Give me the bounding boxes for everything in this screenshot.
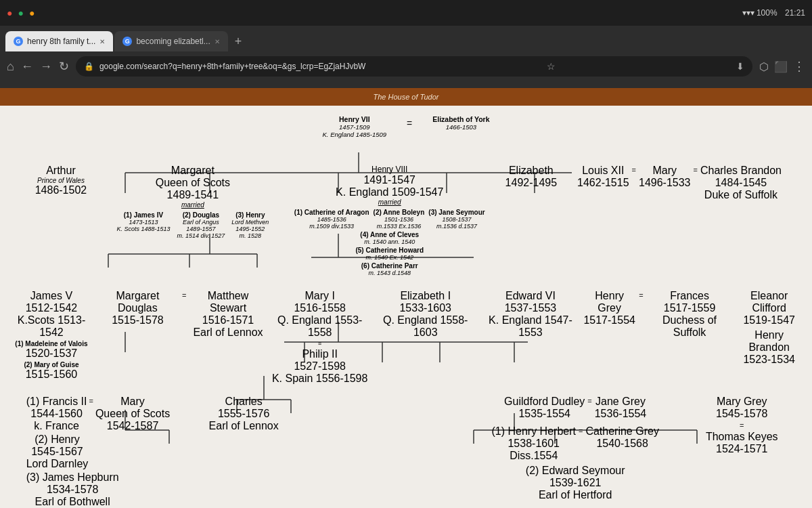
tab-favicon-2: G (122, 37, 132, 46)
henry-darnley-person: (2) Henry 1545-1567 Lord Darnley (26, 433, 89, 470)
mary-scots-group: (1) Francis II 1544-1560 k. France = Mar… (26, 396, 171, 508)
nav-bar: ⌂ ← → ↻ 🔒 google.com/search?q=henry+8th+… (0, 51, 812, 81)
mary-brandon-group: Louis XII 1462-1515 = Mary 1496-1533 = C… (577, 165, 782, 201)
henry7-elizabeth-equal: = (407, 118, 412, 129)
tab-label-2: becoming elizabetl... (136, 37, 210, 46)
page-title: The House of Tudor (373, 93, 438, 101)
title-bar: ● ● ● ▾▾▾ 100% 21:21 (0, 0, 812, 26)
catherine-grey-person: Catherine Grey 1540-1568 (585, 425, 659, 450)
margaret-douglas-group: Margaret Douglas 1515-1578 = Matthew Ste… (96, 290, 267, 339)
arthur-person: Arthur Prince of Wales 1486-1502 (30, 165, 91, 196)
time-text: 21:21 (785, 8, 805, 18)
louis12-person: Louis XII 1462-1515 (577, 165, 629, 189)
anne-boleyn-person: (2) Anne Boleyn 1501-1536 m.1533 Ex.1536 (374, 209, 425, 230)
henry7-name: Henry VII (323, 115, 387, 123)
catherine-parr-person: (6) Catherine Parr m. 1543 d.1548 (361, 262, 418, 276)
tab-close-1[interactable]: ✕ (99, 38, 105, 45)
tab-henry8[interactable]: G henry 8th family t... ✕ (5, 31, 113, 51)
tab-close-2[interactable]: ✕ (215, 38, 220, 45)
james4-person: (1) James IV 1473-1513 K. Scots 1488-151… (116, 211, 170, 239)
download-icon[interactable]: ⬇ (736, 61, 744, 72)
margaret-person: Margaret Queen of Scots 1489-1541 marrie… (112, 165, 274, 239)
douglas-person: (2) Douglas Earl of Angus 1489-1557 m. 1… (177, 211, 225, 239)
forward-button[interactable]: → (40, 60, 52, 74)
edward-seymour-person: (2) Edward Seymour 1539-1621 Earl of Her… (491, 465, 658, 501)
share-icon[interactable]: ⬡ (759, 60, 769, 73)
henry7-person: Henry VII 1457-1509 K. England 1485-1509 (323, 115, 387, 138)
jane-grey-person: Jane Grey 1536-1554 (595, 396, 647, 420)
url-text: google.com/search?q=henry+8th+family+tre… (99, 62, 366, 71)
henry3-person: (3) Henry Lord Methven 1495-1552 m. 1528 (231, 211, 269, 239)
grey-frances-group: Henry Grey 1517-1554 = Frances 1517-1559… (583, 290, 733, 339)
cast-icon[interactable]: ⬛ (774, 60, 788, 73)
catherine-howard-person: (5) Catherine Howard m. 1540 Ex. 1542 (355, 247, 424, 261)
catherine-aragon-person: (1) Catherine of Aragon 1485-1536 m.1509… (294, 209, 369, 230)
elizabeth-york-person: Elizabeth of York 1466-1503 (432, 115, 489, 131)
henry-grey-person: Henry Grey 1517-1554 (583, 290, 636, 326)
back-button[interactable]: ← (21, 60, 33, 74)
battery-text: 100% (757, 8, 777, 18)
matthew-stewart-person: Matthew Stewart 1516-1571 Earl of Lennox (189, 290, 267, 339)
mary-scots-person: Mary Queen of Scots 1542-1587 (95, 396, 170, 432)
eleanor-henry-group: Eleanor Clifford 1519-1547 Henry Brandon… (733, 290, 805, 366)
james-hepburn-person: (3) James Hepburn 1534-1578 Earl of Both… (26, 471, 119, 508)
home-button[interactable]: ⌂ (7, 60, 14, 74)
tab-elizabeth[interactable]: G becoming elizabetl... ✕ (114, 31, 227, 51)
tabs-bar: G henry 8th family t... ✕ G becoming eli… (0, 26, 812, 51)
margaret-douglas-person: Margaret Douglas 1515-1578 (96, 290, 179, 326)
bookmark-icon[interactable]: ☆ (547, 61, 556, 72)
tab-label-1: henry 8th family t... (27, 37, 95, 46)
mary1-group: Mary I 1516-1558 Q. England 1553-1558 = … (267, 290, 373, 385)
charles-lennox-person: Charles 1555-1576 Earl of Lennox (209, 396, 279, 432)
guildford-dudley-person: Guildford Dudley 1535-1554 (504, 396, 585, 420)
menu-button[interactable]: ⋮ (793, 59, 805, 74)
henry8-person: Henry VIII 1491-1547 K. England 1509-154… (294, 165, 485, 276)
james5-person: James V 1512-1542 K.Scots 1513-1542 (1) … (7, 290, 96, 381)
charles-brandon-person: Charles Brandon 1484-1545 Duke of Suffol… (700, 165, 782, 201)
mary-person: Mary 1496-1533 (639, 165, 691, 189)
refresh-button[interactable]: ↻ (59, 59, 69, 74)
henry-herbert-person: (1) Henry Herbert 1538-1601 Diss.1554 (491, 425, 575, 462)
elizabeth1492-person: Elizabeth 1492-1495 (505, 165, 558, 189)
francis2-person: (1) Francis II 1544-1560 k. France (26, 396, 87, 432)
content-area: The House of Tudor (0, 88, 812, 508)
anne-cleves-person: (4) Anne of Cleves m. 1540 ann. 1540 (360, 231, 419, 245)
frances-person: Frances 1517-1559 Duchess of Suffolk (646, 290, 734, 339)
edward6-person: Edward VI 1537-1553 K. England 1547-1553 (478, 290, 583, 339)
jane-seymour-person: (3) Jane Seymour 1508-1537 m.1536 d.1537 (428, 209, 484, 230)
jane-grey-group: Guildford Dudley 1535-1554 = Jane Grey 1… (491, 396, 658, 501)
wifi-icon: ▾▾▾ (742, 8, 757, 18)
lock-icon: 🔒 (84, 62, 94, 71)
elizabeth1-person: Elizabeth I 1533-1603 Q. England 1558-16… (373, 290, 478, 339)
tab-favicon-1: G (14, 37, 23, 46)
new-tab-button[interactable]: + (229, 32, 248, 51)
address-bar[interactable]: 🔒 google.com/search?q=henry+8th+family+t… (76, 56, 752, 77)
mary-grey-group: Mary Grey 1545-1578 = Thomas Keyes 1524-… (698, 396, 786, 455)
status-bar: ▾▾▾ 100% 21:21 (742, 8, 805, 18)
